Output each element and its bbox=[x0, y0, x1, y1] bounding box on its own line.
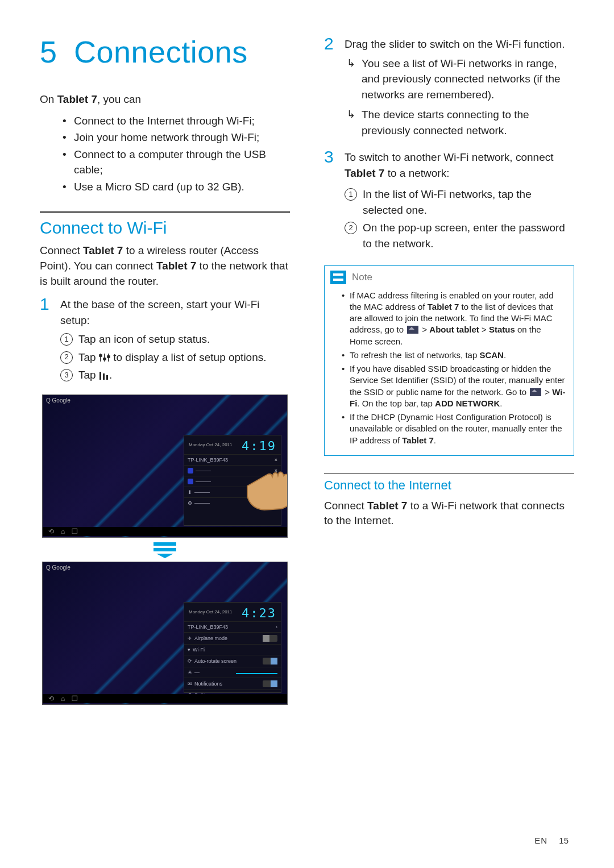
sub-step: 1 Tap an icon of setup status. bbox=[60, 331, 290, 347]
result-item: The device starts connecting to the prev… bbox=[345, 107, 574, 138]
sub-step: 2 Tap to display a list of setup options… bbox=[60, 350, 290, 366]
step-num: 2 bbox=[324, 34, 345, 53]
sub-step: 3 Tap . bbox=[60, 367, 290, 383]
note-box: Note If MAC address filtering is enabled… bbox=[324, 265, 574, 456]
svg-rect-9 bbox=[154, 542, 176, 546]
notification-panel: Monday Oct 24, 2011 4:19 TP-LINK_B39F43×… bbox=[184, 435, 281, 526]
chapter-title: Connections bbox=[74, 35, 248, 69]
svg-rect-3 bbox=[99, 355, 102, 356]
illustration: Q Google Monday Oct 24, 2011 4:19 TP-LIN… bbox=[40, 394, 290, 705]
note-item: If the DHCP (Dynamic Host Configuration … bbox=[342, 412, 566, 446]
note-item: To refresh the list of networks, tap SCA… bbox=[342, 350, 566, 361]
step-body: At the base of the screen, start your Wi… bbox=[60, 294, 290, 385]
svg-rect-10 bbox=[154, 548, 176, 551]
chapter-heading: 5Connections bbox=[40, 34, 290, 69]
circled-number-2: 2 bbox=[345, 222, 357, 234]
step-1: 1 At the base of the screen, start your … bbox=[40, 294, 290, 385]
down-arrow-icon bbox=[148, 541, 182, 558]
intro-bullet: Connect to a computer through the USB ca… bbox=[63, 147, 290, 178]
circled-number-3: 3 bbox=[60, 369, 73, 381]
svg-rect-5 bbox=[107, 356, 110, 358]
step-3: 3 To switch to another Wi-Fi network, co… bbox=[324, 147, 574, 254]
svg-rect-4 bbox=[103, 358, 106, 360]
circled-number-1: 1 bbox=[345, 188, 357, 201]
circled-number-2: 2 bbox=[60, 351, 73, 364]
svg-rect-6 bbox=[99, 372, 101, 380]
section-connect-wifi: Connect to Wi-Fi bbox=[40, 211, 290, 238]
intro-bullet: Use a Micro SD card (up to 32 GB). bbox=[63, 179, 290, 195]
quick-settings-panel: Monday Oct 24, 2011 4:23 TP-LINK_B39F43›… bbox=[184, 602, 281, 693]
page: 5Connections On Tablet 7, you can Connec… bbox=[0, 0, 614, 868]
settings-thumb-icon bbox=[530, 388, 541, 396]
shot-search: Q Google bbox=[46, 397, 70, 404]
step-2: 2 Drag the slider to switch on the Wi-Fi… bbox=[324, 34, 574, 144]
svg-marker-11 bbox=[156, 554, 173, 558]
sub-steps: 1 Tap an icon of setup status. 2 Tap to … bbox=[60, 331, 290, 383]
sub-steps: 1 In the list of Wi-Fi networks, tap the… bbox=[345, 186, 574, 251]
sub-step: 2 On the pop-up screen, enter the passwo… bbox=[345, 220, 574, 251]
internet-text: Connect Tablet 7 to a Wi-Fi network that… bbox=[324, 499, 574, 529]
result-list: You see a list of Wi-Fi networks in rang… bbox=[345, 56, 574, 139]
panel-date: Monday Oct 24, 2011 bbox=[189, 609, 233, 614]
tablet-screenshot-bottom: Q Google Monday Oct 24, 2011 4:23 TP-LIN… bbox=[42, 562, 288, 705]
result-item: You see a list of Wi-Fi networks in rang… bbox=[345, 56, 574, 103]
step-num: 3 bbox=[324, 147, 345, 166]
sliders-icon bbox=[99, 352, 110, 363]
intro-bullet: Join your home network through Wi-Fi; bbox=[63, 130, 290, 146]
page-footer: EN 15 bbox=[534, 836, 569, 845]
intro-line: On Tablet 7, you can bbox=[40, 92, 290, 107]
note-list: If MAC address filtering is enabled on y… bbox=[325, 288, 574, 455]
device-name: Tablet 7 bbox=[57, 93, 97, 105]
wifi-intro: Connect Tablet 7 to a wireless router (A… bbox=[40, 243, 290, 289]
footer-lang: EN bbox=[534, 836, 547, 845]
panel-date: Monday Oct 24, 2011 bbox=[189, 442, 233, 447]
svg-rect-7 bbox=[103, 373, 105, 380]
step-body: Drag the slider to switch on the Wi-Fi f… bbox=[345, 34, 574, 144]
right-column: 2 Drag the slider to switch on the Wi-Fi… bbox=[324, 34, 574, 840]
intro-bullets: Connect to the Internet through Wi-Fi; J… bbox=[40, 113, 290, 195]
circled-number-1: 1 bbox=[60, 333, 73, 346]
note-item: If MAC address filtering is enabled on y… bbox=[342, 290, 566, 347]
footer-page: 15 bbox=[559, 836, 569, 845]
sub-step: 1 In the list of Wi-Fi networks, tap the… bbox=[345, 186, 574, 218]
close-icon: × bbox=[275, 457, 277, 463]
step-num: 1 bbox=[40, 294, 60, 313]
chapter-number: 5 bbox=[40, 34, 74, 69]
note-item: If you have disabled SSID broadcasting o… bbox=[342, 363, 566, 409]
tablet-screenshot-top: Q Google Monday Oct 24, 2011 4:19 TP-LIN… bbox=[42, 394, 288, 538]
equalizer-icon bbox=[99, 371, 109, 380]
svg-rect-8 bbox=[106, 375, 108, 380]
left-column: 5Connections On Tablet 7, you can Connec… bbox=[40, 34, 290, 840]
subsection-connect-internet: Connect to the Internet bbox=[324, 473, 574, 493]
note-header: Note bbox=[325, 266, 574, 288]
note-title: Note bbox=[352, 272, 372, 283]
settings-thumb-icon bbox=[407, 326, 418, 334]
step-body: To switch to another Wi-Fi network, conn… bbox=[345, 147, 574, 254]
shot-search: Q Google bbox=[46, 564, 70, 571]
note-icon bbox=[330, 271, 346, 284]
intro-bullet: Connect to the Internet through Wi-Fi; bbox=[63, 113, 290, 129]
